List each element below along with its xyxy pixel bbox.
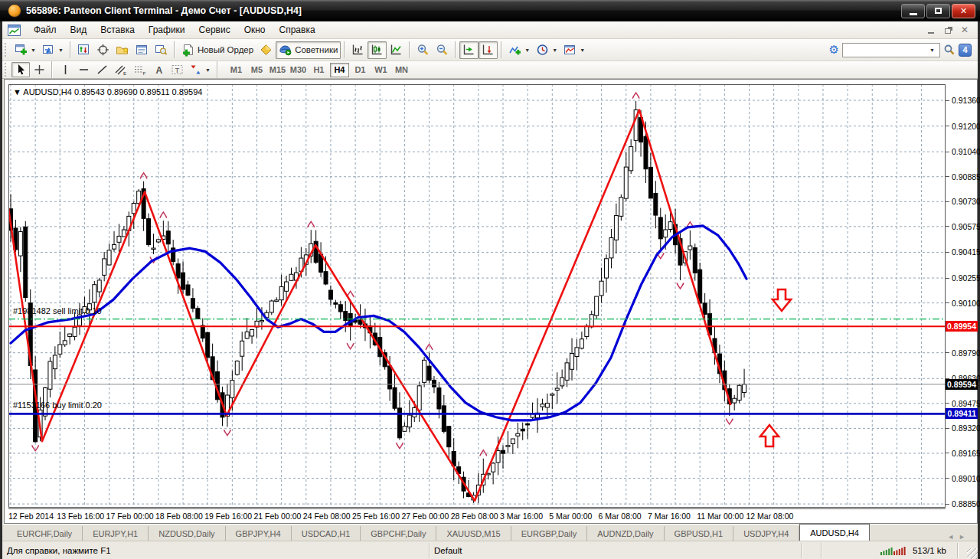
experts-button-label: Советники [295, 45, 338, 54]
timeframe-h1-button[interactable]: H1 [309, 63, 328, 77]
chart-tab-gbpchf[interactable]: GBPCHF,Daily [361, 526, 436, 541]
status-bar: Для справки, нажмите F1 Default 513/1 kb [2, 541, 978, 559]
experts-icon [279, 44, 292, 56]
maximize-button[interactable] [926, 4, 950, 18]
chart-system-menu-icon[interactable] [8, 25, 21, 36]
search-dropdown-icon[interactable]: ▼ [929, 47, 935, 53]
market-watch-button[interactable] [74, 41, 93, 59]
tab-scroll-arrows[interactable]: ◄► [947, 533, 978, 541]
chart-tab-usdjpy[interactable]: USDJPY,H4 [733, 526, 799, 541]
navigator-button[interactable] [113, 41, 132, 59]
dropdown-arrow-icon[interactable]: ▼ [58, 47, 64, 53]
close-button[interactable]: ✕ [952, 4, 975, 18]
resize-grip[interactable] [967, 548, 978, 559]
svg-text:▼ AUDUSD,H4 0.89543 0.89690 0: ▼ AUDUSD,H4 0.89543 0.89690 0.89511 0.89… [13, 87, 202, 96]
timeframe-d1-button[interactable]: D1 [351, 63, 370, 77]
chart-window[interactable]: #1981482 sell limit 0.10#1153166 buy lim… [4, 79, 978, 524]
title-bar[interactable]: 565896: Panteon Client Terminal - Демо С… [0, 0, 980, 21]
profiles-button[interactable]: ▼ [39, 41, 67, 59]
chart-candles-button[interactable] [368, 41, 387, 59]
experts-button[interactable]: Советники [276, 41, 341, 59]
chart-tab-nzdusd[interactable]: NZDUSD,Daily [149, 526, 225, 541]
price-axis[interactable]: 0.913600.912000.910400.908850.907300.905… [946, 84, 978, 508]
chart-tab-audusd[interactable]: AUDUSD,H4 [799, 524, 870, 541]
arrows-button[interactable]: ▼ [187, 62, 214, 77]
price-tick-label: 0.90100 [952, 299, 980, 308]
chart-tab-usdcad[interactable]: USDCAD,H1 [292, 526, 361, 541]
horizontal-line-button[interactable] [74, 62, 93, 77]
timeframe-m15-button[interactable]: M15 [268, 63, 287, 77]
menu-item-0[interactable]: Файл [27, 22, 64, 38]
chart-tab-gbpusd[interactable]: GBPUSD,H1 [665, 526, 734, 541]
application-window: 565896: Panteon Client Terminal - Демо С… [0, 0, 980, 559]
dropdown-arrow-icon[interactable]: ▼ [205, 67, 211, 73]
data-window-button[interactable] [93, 41, 113, 59]
new-order-button[interactable]: Новый Ордер [178, 41, 256, 59]
gear-icon[interactable]: ⚙ [829, 43, 839, 57]
search-icon[interactable] [943, 44, 956, 56]
text-label-button[interactable]: T [168, 62, 187, 77]
vertical-line-button[interactable] [56, 62, 74, 77]
chart-tab-xauusd[interactable]: XAUUSD,M15 [436, 526, 511, 541]
chart-bars-button[interactable] [348, 41, 368, 59]
metaeditor-button[interactable] [256, 41, 276, 59]
chart-tab-audnzd[interactable]: AUDNZD,Daily [587, 526, 664, 541]
auto-scroll-button[interactable] [459, 41, 479, 59]
search-input[interactable] [843, 44, 929, 56]
indicators-icon [508, 44, 521, 56]
status-profile[interactable]: Default [430, 543, 802, 558]
chart-tab-eurjpy[interactable]: EURJPY,H1 [83, 526, 149, 541]
chart-tab-eurgbp[interactable]: EURGBP,Daily [511, 526, 588, 541]
menu-item-3[interactable]: Графики [142, 22, 192, 38]
time-tick-label: 7 Mar 16:00 [648, 512, 691, 521]
dropdown-arrow-icon[interactable]: ▼ [580, 47, 585, 53]
menu-item-1[interactable]: Вид [64, 22, 94, 38]
timeframe-m5-button[interactable]: M5 [247, 63, 266, 77]
window-title: 565896: Panteon Client Terminal - Демо С… [26, 5, 901, 16]
equidistant-channel-button[interactable]: E [111, 62, 130, 77]
templates-button[interactable]: ▼ [560, 41, 588, 59]
strategy-tester-button[interactable] [152, 41, 171, 59]
text-button[interactable]: A [149, 62, 168, 77]
chart-plot-area[interactable]: #1981482 sell limit 0.10#1153166 buy lim… [8, 84, 946, 508]
terminal-button[interactable] [132, 41, 152, 59]
toolbar-drag-handle[interactable] [5, 43, 8, 57]
minimize-button[interactable] [901, 4, 925, 18]
price-tick [946, 352, 949, 353]
chart-tab-eurchf[interactable]: EURCHF,Daily [7, 526, 83, 541]
menu-item-4[interactable]: Сервис [192, 22, 237, 38]
timeframe-m1-button[interactable]: M1 [227, 63, 246, 77]
dropdown-arrow-icon[interactable]: ▼ [524, 47, 530, 53]
fibonacci-button[interactable]: F [130, 62, 149, 77]
chart-tab-gbpjpy[interactable]: GBPJPY,H4 [226, 526, 292, 541]
toolbar-drag-handle-2[interactable] [5, 63, 8, 77]
zoom-in-button[interactable] [413, 41, 433, 59]
time-tick-label: 17 Feb 00:00 [106, 512, 154, 521]
trendline-button[interactable] [93, 62, 111, 77]
price-tick [946, 428, 949, 429]
new-chart-button[interactable]: ▼ [11, 41, 39, 59]
mdi-close-button[interactable]: ✕ [959, 25, 970, 35]
menu-item-6[interactable]: Справка [273, 22, 322, 38]
notifications-badge[interactable]: 4 [959, 44, 972, 57]
menu-item-2[interactable]: Вставка [93, 22, 142, 38]
chart-shift-button[interactable] [479, 41, 498, 59]
timeframe-m30-button[interactable]: M30 [289, 63, 308, 77]
time-tick-label: 25 Feb 16:00 [352, 512, 400, 521]
timeframe-w1-button[interactable]: W1 [371, 63, 390, 77]
mdi-minimize-button[interactable] [926, 25, 936, 35]
indicators-button[interactable]: ▼ [505, 41, 533, 59]
timeframe-h4-button[interactable]: H4 [330, 63, 349, 77]
chart-line-button[interactable] [387, 41, 406, 59]
mdi-restore-button[interactable] [942, 25, 953, 35]
new-chart-icon [15, 44, 28, 56]
menu-item-5[interactable]: Окно [237, 22, 273, 38]
dropdown-arrow-icon[interactable]: ▼ [31, 47, 36, 53]
dropdown-arrow-icon[interactable]: ▼ [552, 47, 557, 53]
cursor-button[interactable] [11, 62, 30, 77]
crosshair-button[interactable] [30, 62, 48, 77]
zoom-out-button[interactable] [433, 41, 452, 59]
timeframe-mn-button[interactable]: MN [392, 63, 411, 77]
periods-button[interactable]: ▼ [533, 41, 560, 59]
time-axis[interactable]: 12 Feb 201413 Feb 16:0017 Feb 00:0018 Fe… [8, 508, 946, 523]
